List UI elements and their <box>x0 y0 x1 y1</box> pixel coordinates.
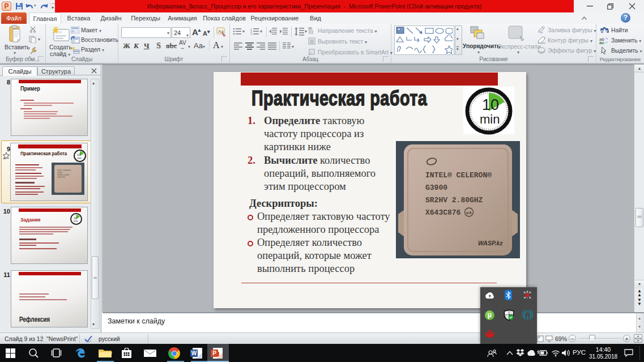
svg-text:e4: e4 <box>466 210 472 215</box>
svg-text:X643C876: X643C876 <box>425 208 461 217</box>
svg-text:ac: ac <box>599 40 604 44</box>
svg-text:min: min <box>77 156 82 160</box>
svg-text:G3900: G3900 <box>425 184 447 192</box>
svg-text:10: 10 <box>482 96 499 113</box>
svg-text:INTEL® CELERON®: INTEL® CELERON® <box>425 171 492 180</box>
svg-text:SR2HV 2.80GHZ: SR2HV 2.80GHZ <box>425 196 483 205</box>
svg-text:WASP.kz: WASP.kz <box>478 240 503 246</box>
svg-text:min: min <box>74 220 78 223</box>
svg-text:min: min <box>480 112 500 126</box>
svg-text:10: 10 <box>74 216 77 220</box>
svg-text:3: 3 <box>250 33 252 36</box>
